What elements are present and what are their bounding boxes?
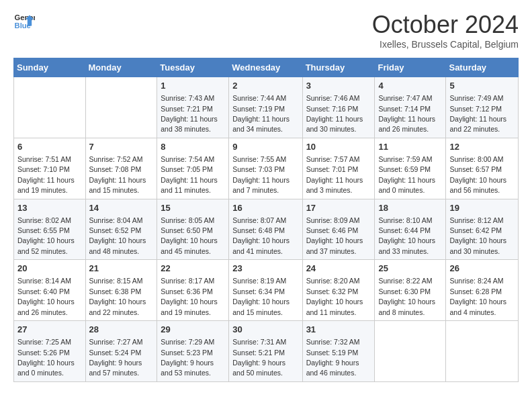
calendar-day-cell: 6Sunrise: 7:51 AMSunset: 7:10 PMDaylight… (14, 138, 86, 199)
sunrise-text: Sunrise: 7:46 AM (306, 94, 360, 102)
sunset-text: Sunset: 6:59 PM (378, 165, 431, 173)
day-number: 10 (306, 141, 371, 153)
sunset-text: Sunset: 7:12 PM (449, 105, 502, 113)
calendar-day-cell: 22Sunrise: 8:17 AMSunset: 6:36 PMDayligh… (157, 260, 229, 321)
sunset-text: Sunset: 6:30 PM (378, 287, 431, 295)
calendar-day-cell: 2Sunrise: 7:44 AMSunset: 7:19 PMDaylight… (229, 77, 302, 138)
day-number: 1 (161, 80, 225, 92)
sunrise-text: Sunrise: 7:25 AM (17, 338, 71, 346)
sunrise-text: Sunrise: 7:31 AM (232, 338, 286, 346)
day-number: 21 (89, 263, 154, 275)
sunset-text: Sunset: 5:23 PM (161, 349, 213, 357)
calendar-day-cell: 16Sunrise: 8:07 AMSunset: 6:48 PMDayligh… (229, 199, 302, 260)
calendar-day-cell: 19Sunrise: 8:12 AMSunset: 6:42 PMDayligh… (446, 199, 519, 260)
daylight-text: Daylight: 10 hours and 52 minutes. (17, 236, 75, 255)
sunrise-text: Sunrise: 8:19 AM (232, 277, 286, 285)
day-number: 19 (449, 202, 515, 214)
sunrise-text: Sunrise: 8:04 AM (89, 216, 143, 224)
sunrise-text: Sunrise: 7:51 AM (17, 155, 71, 163)
location-subtitle: Ixelles, Brussels Capital, Belgium (372, 39, 519, 50)
sunrise-text: Sunrise: 8:10 AM (378, 216, 432, 224)
calendar-day-cell: 13Sunrise: 8:02 AMSunset: 6:55 PMDayligh… (14, 199, 86, 260)
sunset-text: Sunset: 6:57 PM (449, 165, 502, 173)
daylight-text: Daylight: 10 hours and 56 minutes. (449, 176, 506, 194)
sunset-text: Sunset: 7:08 PM (89, 165, 142, 173)
daylight-text: Daylight: 10 hours and 22 minutes. (89, 298, 146, 316)
calendar-day-cell: 21Sunrise: 8:15 AMSunset: 6:38 PMDayligh… (85, 260, 157, 321)
calendar-day-cell: 10Sunrise: 7:57 AMSunset: 7:01 PMDayligh… (302, 138, 375, 199)
day-number: 18 (378, 202, 442, 214)
calendar-week-row: 13Sunrise: 8:02 AMSunset: 6:55 PMDayligh… (14, 199, 519, 260)
sunset-text: Sunset: 6:55 PM (17, 226, 70, 234)
daylight-text: Daylight: 10 hours and 0 minutes. (17, 359, 75, 377)
sunset-text: Sunset: 7:16 PM (306, 105, 359, 113)
calendar-day-cell: 4Sunrise: 7:47 AMSunset: 7:14 PMDaylight… (375, 77, 446, 138)
calendar-week-row: 1Sunrise: 7:43 AMSunset: 7:21 PMDaylight… (14, 77, 519, 138)
sunrise-text: Sunrise: 8:12 AM (449, 216, 503, 224)
day-number: 31 (306, 324, 371, 336)
sunset-text: Sunset: 6:48 PM (232, 226, 285, 234)
calendar-week-row: 27Sunrise: 7:25 AMSunset: 5:26 PMDayligh… (14, 321, 519, 382)
daylight-text: Daylight: 11 hours and 3 minutes. (306, 176, 363, 194)
daylight-text: Daylight: 10 hours and 45 minutes. (161, 236, 218, 255)
daylight-text: Daylight: 10 hours and 26 minutes. (17, 298, 75, 316)
calendar-day-cell (14, 77, 86, 138)
sunrise-text: Sunrise: 8:05 AM (161, 216, 214, 224)
day-number: 13 (17, 202, 82, 214)
sunrise-text: Sunrise: 8:09 AM (306, 216, 360, 224)
sunset-text: Sunset: 6:44 PM (378, 226, 431, 234)
sunset-text: Sunset: 7:05 PM (161, 165, 213, 173)
day-number: 26 (449, 263, 515, 275)
daylight-text: Daylight: 10 hours and 4 minutes. (449, 298, 506, 316)
logo-icon: General Blue (13, 11, 35, 32)
day-number: 15 (161, 202, 225, 214)
calendar-day-cell: 31Sunrise: 7:32 AMSunset: 5:19 PMDayligh… (302, 321, 375, 382)
sunrise-text: Sunrise: 7:43 AM (161, 94, 214, 102)
sunset-text: Sunset: 6:36 PM (161, 287, 213, 295)
day-number: 12 (449, 141, 515, 153)
sunrise-text: Sunrise: 7:29 AM (161, 338, 214, 346)
sunrise-text: Sunrise: 7:59 AM (378, 155, 432, 163)
daylight-text: Daylight: 11 hours and 22 minutes. (449, 115, 506, 133)
sunrise-text: Sunrise: 7:55 AM (232, 155, 286, 163)
weekday-header-sunday: Sunday (14, 58, 86, 77)
sunrise-text: Sunrise: 8:00 AM (449, 155, 503, 163)
sunset-text: Sunset: 7:10 PM (17, 165, 70, 173)
daylight-text: Daylight: 11 hours and 19 minutes. (17, 176, 75, 194)
calendar-day-cell: 15Sunrise: 8:05 AMSunset: 6:50 PMDayligh… (157, 199, 229, 260)
calendar-day-cell: 29Sunrise: 7:29 AMSunset: 5:23 PMDayligh… (157, 321, 229, 382)
sunset-text: Sunset: 6:34 PM (232, 287, 285, 295)
day-number: 14 (89, 202, 154, 214)
daylight-text: Daylight: 10 hours and 11 minutes. (306, 298, 363, 316)
daylight-text: Daylight: 10 hours and 33 minutes. (378, 236, 435, 255)
day-number: 28 (89, 324, 154, 336)
day-number: 27 (17, 324, 82, 336)
sunrise-text: Sunrise: 7:54 AM (161, 155, 214, 163)
month-title: October 2024 (372, 11, 519, 39)
sunset-text: Sunset: 6:50 PM (161, 226, 213, 234)
day-number: 4 (378, 80, 442, 92)
daylight-text: Daylight: 10 hours and 41 minutes. (232, 236, 290, 255)
sunset-text: Sunset: 6:32 PM (306, 287, 359, 295)
calendar-day-cell: 26Sunrise: 8:24 AMSunset: 6:28 PMDayligh… (446, 260, 519, 321)
title-area: October 2024 Ixelles, Brussels Capital, … (372, 11, 519, 50)
daylight-text: Daylight: 10 hours and 37 minutes. (306, 236, 363, 255)
calendar-day-cell: 20Sunrise: 8:14 AMSunset: 6:40 PMDayligh… (14, 260, 86, 321)
daylight-text: Daylight: 9 hours and 53 minutes. (161, 359, 214, 377)
calendar-day-cell: 14Sunrise: 8:04 AMSunset: 6:52 PMDayligh… (85, 199, 157, 260)
daylight-text: Daylight: 10 hours and 19 minutes. (161, 298, 218, 316)
calendar-day-cell (446, 321, 519, 382)
calendar-day-cell: 12Sunrise: 8:00 AMSunset: 6:57 PMDayligh… (446, 138, 519, 199)
sunrise-text: Sunrise: 7:44 AM (232, 94, 286, 102)
calendar-day-cell: 7Sunrise: 7:52 AMSunset: 7:08 PMDaylight… (85, 138, 157, 199)
daylight-text: Daylight: 9 hours and 50 minutes. (232, 359, 285, 377)
calendar-day-cell: 8Sunrise: 7:54 AMSunset: 7:05 PMDaylight… (157, 138, 229, 199)
sunrise-text: Sunrise: 8:14 AM (17, 277, 71, 285)
sunrise-text: Sunrise: 8:22 AM (378, 277, 432, 285)
day-number: 2 (232, 80, 298, 92)
sunset-text: Sunset: 5:26 PM (17, 349, 70, 357)
day-number: 11 (378, 141, 442, 153)
daylight-text: Daylight: 11 hours and 38 minutes. (161, 115, 218, 133)
day-number: 17 (306, 202, 371, 214)
sunrise-text: Sunrise: 8:24 AM (449, 277, 503, 285)
